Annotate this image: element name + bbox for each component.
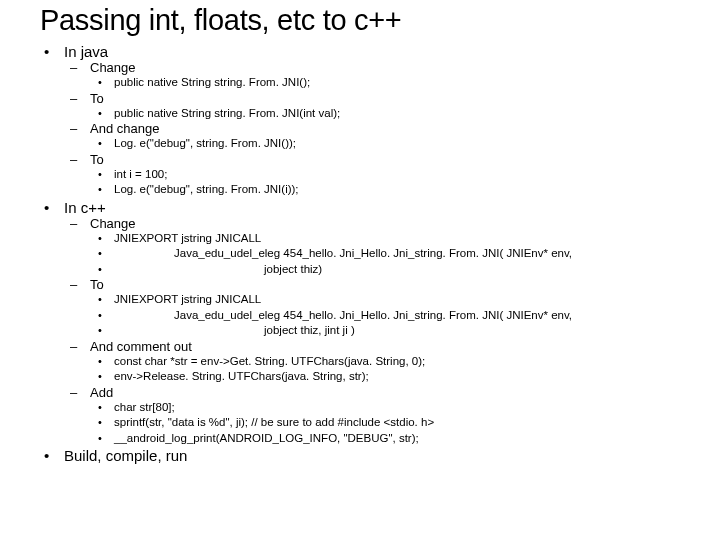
cpp-to-line2: Java_edu_udel_eleg 454_hello. Jni_Hello.…: [90, 308, 680, 324]
java-change-label: Change: [90, 60, 136, 75]
section-java: In java Change public native String stri…: [40, 43, 680, 198]
java-to2: To int i = 100; Log. e("debug", string. …: [64, 152, 680, 198]
java-change: Change public native String string. From…: [64, 60, 680, 91]
java-andchange-label: And change: [90, 121, 159, 136]
java-andchange: And change Log. e("debug", string. From.…: [64, 121, 680, 152]
cpp-add-line1: char str[80];: [90, 400, 680, 416]
cpp-change-line2: Java_edu_udel_eleg 454_hello. Jni_Hello.…: [90, 246, 680, 262]
cpp-to-line2-text: Java_edu_udel_eleg 454_hello. Jni_Hello.…: [114, 308, 572, 324]
cpp-to-label: To: [90, 277, 104, 292]
java-to1-code: public native String string. From. JNI(i…: [90, 106, 680, 122]
cpp-comment-line1: const char *str = env->Get. String. UTFC…: [90, 354, 680, 370]
section-cpp: In c++ Change JNIEXPORT jstring JNICALL …: [40, 199, 680, 447]
cpp-change-line1: JNIEXPORT jstring JNICALL: [90, 231, 680, 247]
cpp-add: Add char str[80]; sprintf(str, "data is …: [64, 385, 680, 447]
cpp-to: To JNIEXPORT jstring JNICALL Java_edu_ud…: [64, 277, 680, 339]
slide: Passing int, floats, etc to c++ In java …: [0, 0, 720, 475]
cpp-change-line3-text: jobject thiz): [114, 262, 322, 278]
cpp-comment-label: And comment out: [90, 339, 192, 354]
cpp-change-line3: jobject thiz): [90, 262, 680, 278]
cpp-to-line1: JNIEXPORT jstring JNICALL: [90, 292, 680, 308]
cpp-change-line2-text: Java_edu_udel_eleg 454_hello. Jni_Hello.…: [114, 246, 572, 262]
section-cpp-head: In c++: [64, 199, 106, 216]
cpp-add-line2: sprintf(str, "data is %d", ji); // be su…: [90, 415, 680, 431]
java-to2-code2: Log. e("debug", string. From. JNI(i));: [90, 182, 680, 198]
cpp-comment: And comment out const char *str = env->G…: [64, 339, 680, 385]
java-to1: To public native String string. From. JN…: [64, 91, 680, 122]
section-java-head: In java: [64, 43, 108, 60]
java-change-code: public native String string. From. JNI()…: [90, 75, 680, 91]
cpp-to-line3-text: jobject thiz, jint ji ): [114, 323, 355, 339]
cpp-comment-line2: env->Release. String. UTFChars(java. Str…: [90, 369, 680, 385]
slide-title: Passing int, floats, etc to c++: [40, 4, 680, 37]
cpp-to-line3: jobject thiz, jint ji ): [90, 323, 680, 339]
section-build: Build, compile, run: [40, 447, 680, 464]
cpp-change: Change JNIEXPORT jstring JNICALL Java_ed…: [64, 216, 680, 278]
section-build-head: Build, compile, run: [64, 447, 187, 464]
cpp-add-label: Add: [90, 385, 113, 400]
cpp-change-label: Change: [90, 216, 136, 231]
cpp-add-line3: __android_log_print(ANDROID_LOG_INFO, "D…: [90, 431, 680, 447]
java-andchange-code: Log. e("debug", string. From. JNI());: [90, 136, 680, 152]
java-to2-code1: int i = 100;: [90, 167, 680, 183]
java-to1-label: To: [90, 91, 104, 106]
content-outline: In java Change public native String stri…: [40, 43, 680, 464]
java-to2-label: To: [90, 152, 104, 167]
